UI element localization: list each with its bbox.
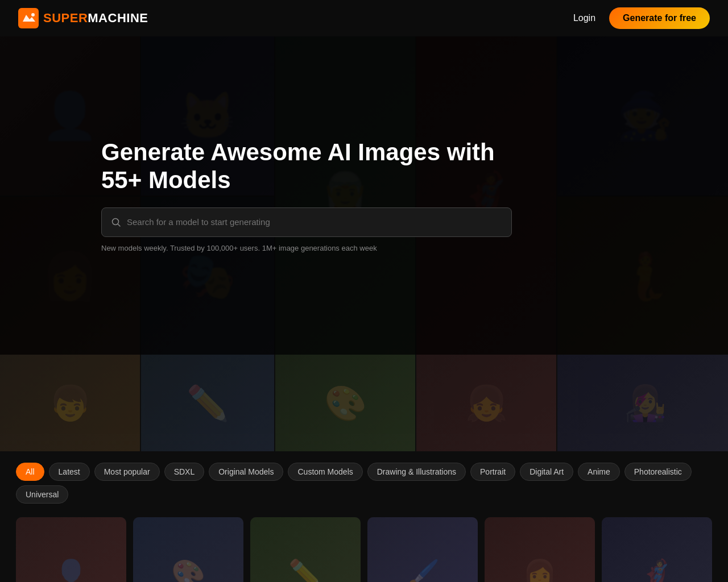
filter-tab-latest[interactable]: Latest	[49, 463, 90, 481]
svg-point-1	[31, 13, 35, 16]
card-2[interactable]: 🎨 🔖Save	[133, 517, 243, 582]
search-input[interactable]	[127, 217, 502, 227]
filter-tab-portrait[interactable]: Portrait	[470, 463, 515, 481]
cards-section: 👤 ♥6.9K 🎨 🔖Save ✏️ ♥4.5K �	[0, 504, 728, 582]
login-button[interactable]: Login	[573, 13, 595, 23]
filter-tab-most-popular[interactable]: Most popular	[94, 463, 160, 481]
filter-tab-sdxl[interactable]: SDXL	[164, 463, 205, 481]
hero-title: Generate Awesome AI Images with 55+ Mode…	[101, 139, 512, 194]
card-6[interactable]: 🦸 🔖Save	[602, 517, 712, 582]
svg-line-3	[118, 224, 121, 226]
filter-tab-original-models[interactable]: Original Models	[209, 463, 283, 481]
second-image-row: 👦 ✏️ 🎨 👧 👩‍🎤	[0, 355, 728, 451]
logo-text: SUPERMACHINE	[43, 11, 148, 26]
card-5[interactable]: 👩 ♥124	[485, 517, 595, 582]
filter-tab-all[interactable]: All	[16, 463, 44, 481]
svg-point-2	[113, 218, 119, 225]
card-4[interactable]: 🖌️ 🔖Save	[367, 517, 478, 582]
filter-section: AllLatestMost popularSDXLOriginal Models…	[0, 451, 728, 504]
filter-tab-photorealistic[interactable]: Photorealistic	[624, 463, 692, 481]
filter-tab-digital-art[interactable]: Digital Art	[520, 463, 573, 481]
card-1[interactable]: 👤 ♥6.9K	[16, 517, 126, 582]
search-icon	[111, 217, 121, 227]
generate-button[interactable]: Generate for free	[609, 7, 710, 29]
navbar: SUPERMACHINE Login Generate for free	[0, 0, 728, 36]
search-tagline: New models weekly. Trusted by 100,000+ u…	[101, 244, 512, 252]
hero-section: 👤 🐱 🧝 🦸 🧙 👩	[0, 36, 728, 355]
filter-tab-drawing-illustrations[interactable]: Drawing & Illustrations	[367, 463, 466, 481]
card-3[interactable]: ✏️ ♥4.5K	[250, 517, 361, 582]
hero-content: Generate Awesome AI Images with 55+ Mode…	[0, 139, 512, 252]
nav-right: Login Generate for free	[573, 7, 710, 29]
logo[interactable]: SUPERMACHINE	[18, 8, 148, 28]
search-box[interactable]	[101, 207, 512, 237]
filter-tab-custom-models[interactable]: Custom Models	[288, 463, 362, 481]
logo-icon	[18, 8, 39, 28]
filter-tab-universal[interactable]: Universal	[16, 485, 68, 504]
filter-tab-anime[interactable]: Anime	[578, 463, 620, 481]
